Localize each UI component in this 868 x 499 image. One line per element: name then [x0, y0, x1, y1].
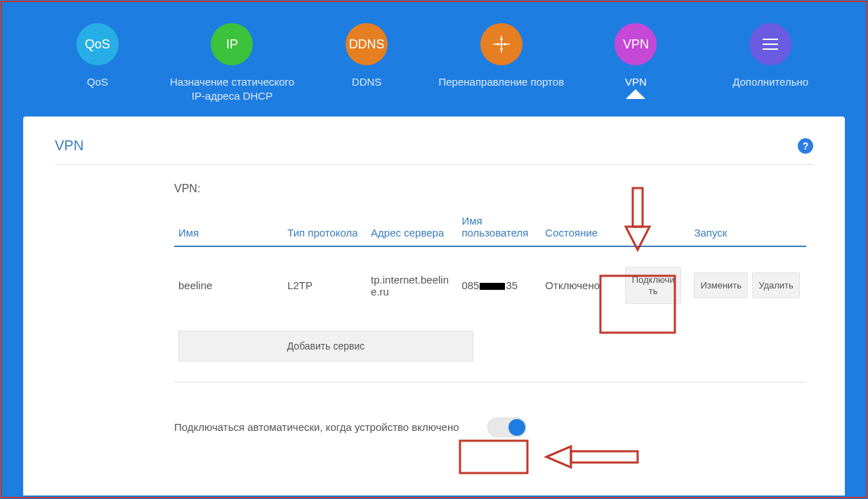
nav-label-ip: Назначение статического IP-адреса DHCP — [170, 75, 294, 102]
connect-button[interactable]: Подключить — [625, 267, 681, 304]
annotation-arrow-left-icon — [543, 443, 641, 471]
cell-protocol: L2TP — [283, 246, 367, 324]
svg-marker-10 — [546, 446, 571, 467]
nav-label-ddns: DDNS — [352, 75, 382, 89]
nav-ip[interactable]: IP Назначение статического IP-адреса DHC… — [169, 23, 295, 102]
nav-qos[interactable]: QoS QoS — [34, 23, 161, 89]
auto-connect-toggle[interactable] — [487, 418, 527, 437]
top-nav: QoS QoS IP Назначение статического IP-ад… — [2, 2, 866, 117]
nav-label-more: Дополнительно — [732, 75, 808, 89]
ip-icon: IP — [211, 23, 253, 65]
edit-button[interactable]: Изменить — [694, 272, 748, 298]
vpn-section-label: VPN: — [174, 182, 806, 195]
nav-label-pf: Перенаправление портов — [438, 75, 564, 89]
active-indicator-icon — [626, 89, 645, 99]
help-icon[interactable]: ? — [798, 138, 813, 154]
qos-icon: QoS — [77, 23, 119, 65]
nav-port-forward[interactable]: Перенаправление портов — [438, 23, 565, 89]
annotation-box-icon — [459, 439, 529, 474]
nav-label-qos: QoS — [87, 75, 108, 89]
svg-rect-9 — [460, 441, 527, 473]
th-blank — [621, 209, 690, 246]
vpn-table: Имя Тип протокола Адрес сервера Имя поль… — [174, 209, 806, 382]
th-user: Имя пользователя — [457, 209, 541, 246]
ddns-icon: DDNS — [346, 23, 388, 65]
main-panel: VPN ? VPN: Имя Тип протокола Адрес серве… — [23, 117, 845, 495]
cell-state: Отключено — [541, 246, 621, 324]
menu-icon — [749, 23, 791, 65]
th-state: Состояние — [541, 209, 621, 246]
nav-more[interactable]: Дополнительно — [707, 23, 834, 89]
th-server: Адрес сервера — [367, 209, 457, 246]
nav-vpn[interactable]: VPN VPN — [572, 23, 699, 89]
nav-ddns[interactable]: DDNS DDNS — [303, 23, 430, 89]
auto-connect-label: Подключаться автоматически, когда устрой… — [174, 421, 459, 433]
port-forward-icon — [480, 23, 522, 65]
cell-user: 08535 — [457, 246, 541, 324]
th-launch: Запуск — [690, 209, 806, 246]
cell-name: beeline — [174, 246, 283, 324]
svg-rect-11 — [571, 451, 638, 463]
toggle-knob-icon — [508, 419, 525, 436]
nav-label-vpn: VPN — [625, 75, 647, 89]
delete-button[interactable]: Удалить — [752, 272, 800, 298]
th-protocol: Тип протокола — [283, 209, 367, 246]
add-service-button[interactable]: Добавить сервис — [178, 331, 473, 361]
table-row: beeline L2TP tp.internet.beeline.ru 0853… — [174, 246, 806, 324]
page-title: VPN — [55, 138, 84, 154]
vpn-icon: VPN — [614, 23, 657, 65]
redacted-text — [480, 283, 505, 290]
cell-server: tp.internet.beeline.ru — [367, 246, 457, 324]
th-name: Имя — [174, 209, 283, 246]
